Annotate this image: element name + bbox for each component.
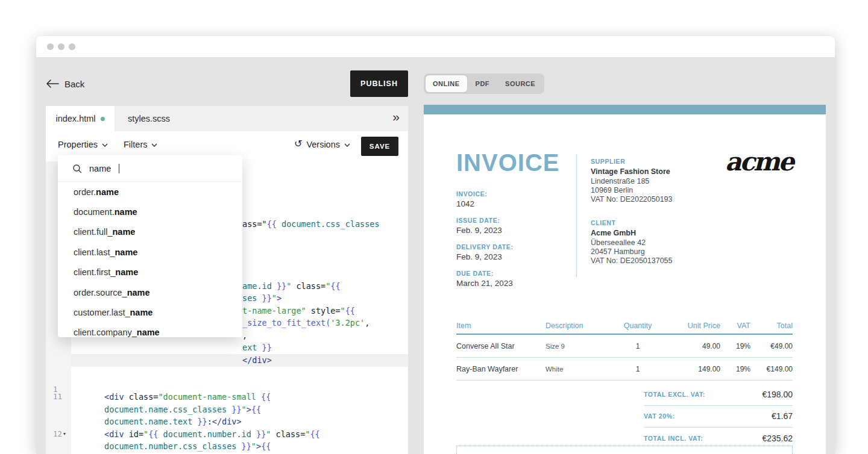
code-line: <div class="document-name-small {{ [104,391,271,403]
window-titlebar [36,36,835,58]
code-line: ame.id }}" class="{{ [242,280,341,293]
back-button[interactable]: Back [46,75,84,93]
code-line: ass="{{ document.css_classes [242,218,380,231]
invoice-meta-block: DUE DATE:March 21, 2023 [456,270,514,288]
code-line: document.name.text }}:</div> [104,415,242,428]
versions-label: Versions [306,140,340,149]
tab-index-html[interactable]: index.html [46,106,115,131]
autocomplete-item[interactable]: customer.last_name [58,302,242,322]
property-autocomplete-dropdown: name order.namedocument.nameclient.full_… [58,155,242,337]
back-arrow-icon [46,79,59,88]
save-button[interactable]: SAVE [361,137,398,156]
app-window: Back PUBLISH ONLINEPDFSOURCE index.html … [36,36,835,454]
preview-tab-source[interactable]: SOURCE [498,75,542,92]
autocomplete-item[interactable]: client.last_name [58,242,242,262]
tab-label: styles.scss [128,114,170,123]
tab-styles-scss[interactable]: styles.scss [115,106,183,131]
code-line: _size_to_fit_text('3.2pc', [242,317,370,329]
total-row: TOTAL EXCL. VAT:€198.00 [644,384,793,406]
invoice-divider [576,154,577,277]
code-line: document.name.css_classes }}">{{ [104,403,261,416]
chevron-down-icon [151,143,157,147]
table-row: Ray-Ban WayfarerWhite1149.0019%€149.00 [456,358,793,381]
properties-label: Properties [58,140,98,149]
code-line: ext }} [242,341,272,354]
window-control-icon[interactable] [69,43,75,50]
autocomplete-item[interactable]: order.name [58,182,242,202]
code-line: ses }}"> [242,292,281,305]
code-line: </div> [242,354,272,367]
back-label: Back [64,79,84,89]
company-logo: acme [725,147,793,176]
invoice-title: INVOICE [456,149,559,176]
invoice-meta-block: INVOICE:1042 [456,190,514,208]
notes-placeholder-box [456,446,793,454]
filters-label: Filters [124,140,147,149]
screen: Back PUBLISH ONLINEPDFSOURCE index.html … [0,0,868,454]
line-number: 12 [53,428,71,441]
table-header-row: ItemDescriptionQuantityUnit PriceVATTota… [456,318,793,335]
properties-dropdown-button[interactable]: Properties [58,140,108,149]
preview-tab-online[interactable]: ONLINE [426,75,467,92]
editor-tabbar: index.html styles.scss » [46,106,408,131]
autocomplete-item[interactable]: document.name [58,202,242,222]
supplier-block: SUPPLIERVintage Fashion StoreLindenstraß… [591,158,723,205]
invoice-meta-block: ISSUE DATE:Feb. 9, 2023 [456,217,514,235]
code-line: , [242,329,247,342]
preview-mode-switch: ONLINEPDFSOURCE [424,73,544,94]
chevron-down-icon [344,143,350,147]
history-icon: ↺ [294,139,302,149]
client-block: CLIENTAcme GmbHÜberseeallee 4220457 Hamb… [591,219,723,266]
autocomplete-suggestions: order.namedocument.nameclient.full_namec… [58,182,242,337]
invoice-header-accent-bar [424,105,826,114]
autocomplete-item[interactable]: client.company_name [58,323,242,337]
invoice-meta-block: DELIVERY DATE:Feb. 9, 2023 [456,243,514,261]
line-number: 11 [53,391,71,403]
tab-overflow-icon[interactable]: » [392,110,400,124]
tab-label: index.html [55,114,95,123]
text-cursor [119,164,119,173]
invoice-meta-fields: INVOICE:1042ISSUE DATE:Feb. 9, 2023DELIV… [456,190,514,296]
autocomplete-item[interactable]: client.first_name [58,263,242,282]
invoice-preview-page: INVOICE acme INVOICE:1042ISSUE DATE:Feb.… [424,114,826,454]
window-control-icon[interactable] [58,43,64,50]
modified-dot-icon [101,117,105,121]
code-line: t-name-large" style="{{ [242,305,355,317]
invoice-totals: TOTAL EXCL. VAT:€198.00VAT 20%:€1.67TOTA… [644,384,793,450]
publish-button[interactable]: PUBLISH [350,70,408,97]
code-fold-icon[interactable]: ▾ [63,428,66,441]
table-row: Converse All StarSize 9149.0019%€49.00 [456,335,793,358]
line-items-table: ItemDescriptionQuantityUnit PriceVATTota… [456,318,793,381]
code-line: <div id="{{ document.number.id }}" class… [104,428,320,441]
search-query-text: name [89,164,111,173]
versions-dropdown-button[interactable]: ↺ Versions [294,140,350,149]
autocomplete-item[interactable]: client.full_name [58,222,242,242]
preview-tab-pdf[interactable]: PDF [468,75,497,92]
window-control-icon[interactable] [47,43,54,50]
chevron-down-icon [102,143,108,147]
active-line-highlight [71,354,408,367]
property-search-input[interactable]: name [58,155,242,182]
total-row: VAT 20%:€1.67 [644,406,793,428]
code-line: document.number.css_classes }}">{{ [104,440,271,453]
search-icon [72,164,82,173]
autocomplete-item[interactable]: order.source_name [58,282,242,302]
filters-dropdown-button[interactable]: Filters [124,140,157,149]
